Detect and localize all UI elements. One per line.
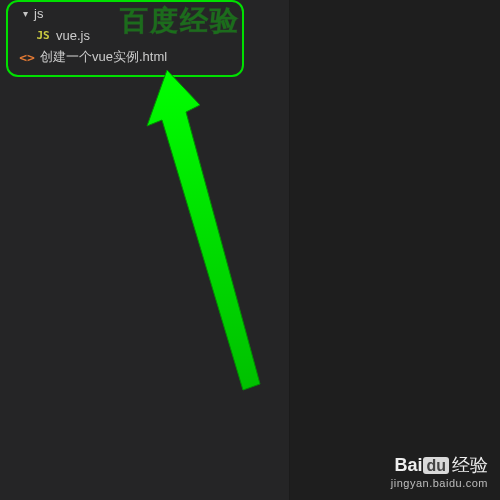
- watermark-brand: Baidu经验: [391, 455, 488, 477]
- brand-text-bai: Bai: [394, 455, 422, 475]
- file-label: vue.js: [56, 28, 90, 43]
- watermark-url: jingyan.baidu.com: [391, 477, 488, 490]
- chevron-down-icon: ▾: [18, 8, 32, 19]
- file-label: 创建一个vue实例.html: [40, 48, 167, 66]
- javascript-file-icon: JS: [34, 29, 52, 42]
- tree-file-vuejs[interactable]: JS vue.js: [0, 24, 289, 46]
- brand-text-jingyan: 经验: [452, 455, 488, 475]
- tree-file-html[interactable]: <> 创建一个vue实例.html: [0, 46, 289, 68]
- folder-label: js: [34, 6, 43, 21]
- file-explorer-sidebar: ▾ js JS vue.js <> 创建一个vue实例.html: [0, 0, 290, 500]
- tree-folder-js[interactable]: ▾ js: [0, 2, 289, 24]
- file-tree: ▾ js JS vue.js <> 创建一个vue实例.html: [0, 0, 289, 68]
- watermark-logo: Baidu经验 jingyan.baidu.com: [391, 455, 488, 490]
- brand-text-du: du: [423, 457, 449, 474]
- html-file-icon: <>: [18, 50, 36, 65]
